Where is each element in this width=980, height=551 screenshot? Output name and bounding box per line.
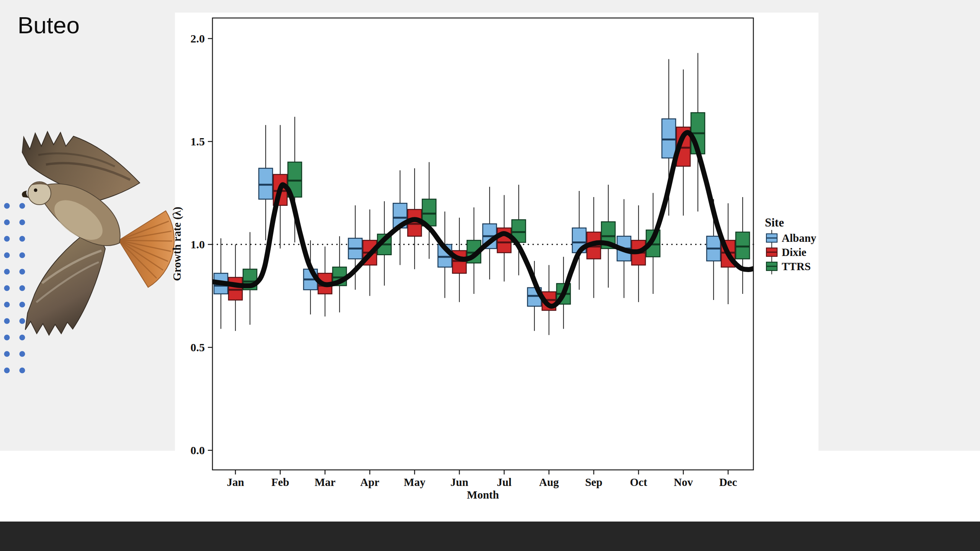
x-tick-label: Jun	[451, 476, 469, 488]
x-tick-label: May	[404, 476, 426, 488]
x-tick-label: Aug	[539, 476, 559, 488]
legend-title: Site	[765, 216, 784, 229]
y-axis-title: Growth rate (λ)	[171, 207, 183, 281]
x-tick-label: Dec	[719, 476, 737, 488]
x-tick-label: Mar	[315, 476, 336, 488]
legend-label-Dixie: Dixie	[782, 246, 807, 258]
box-Albany-Nov	[662, 119, 676, 158]
box-Dixie-Jan	[229, 277, 242, 300]
x-axis-title: Month	[467, 489, 499, 501]
growth-rate-boxplot-chart: 0.00.51.01.52.0JanFebMarAprMayJunJulAugS…	[0, 0, 980, 551]
legend-label-TTRS: TTRS	[782, 260, 811, 272]
x-tick-label: Sep	[585, 476, 602, 488]
y-tick-label: 0.0	[191, 444, 205, 456]
y-tick-label: 1.5	[191, 135, 205, 148]
x-tick-label: Apr	[360, 476, 379, 488]
legend-label-Albany: Albany	[782, 232, 817, 244]
x-tick-label: Feb	[271, 476, 289, 488]
slide-canvas: Buteo	[0, 0, 980, 551]
y-tick-label: 2.0	[191, 32, 205, 45]
box-Albany-Feb	[259, 168, 273, 199]
box-TTRS-Dec	[736, 232, 750, 259]
x-tick-label: Jan	[227, 476, 244, 488]
x-tick-label: Jul	[497, 476, 512, 488]
y-tick-label: 1.0	[191, 238, 205, 251]
x-tick-label: Nov	[674, 476, 693, 488]
y-tick-label: 0.5	[191, 341, 205, 354]
x-tick-label: Oct	[630, 476, 647, 488]
smooth-curve	[211, 133, 755, 306]
